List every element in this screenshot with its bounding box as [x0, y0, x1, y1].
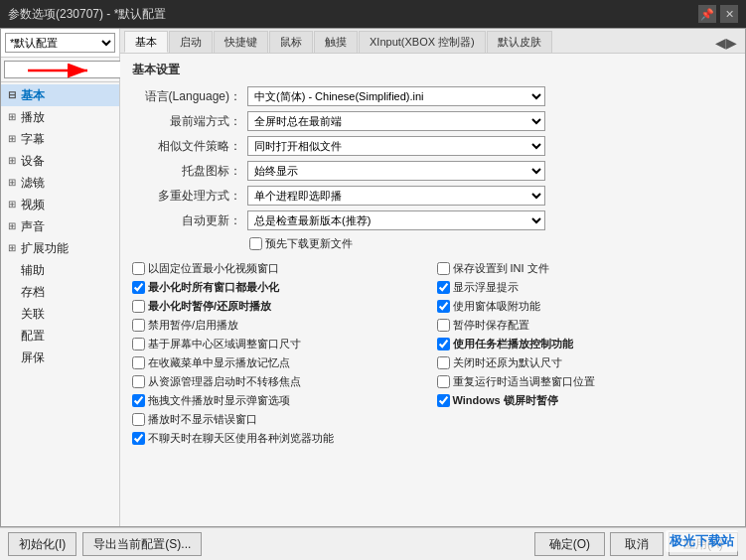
nav-expand-config: [5, 329, 19, 343]
nav-label-relate: 关联: [21, 305, 45, 323]
apply-button[interactable]: 应用(A): [669, 532, 738, 556]
nav-item-video[interactable]: ⊞视频: [1, 194, 119, 215]
form-select-2[interactable]: 同时打开相似文件: [247, 136, 545, 156]
nav-label-screensaver: 屏保: [21, 349, 45, 366]
pre-download-label: 预先下载更新文件: [265, 236, 353, 251]
form-label-2: 相似文件策略：: [132, 138, 241, 155]
checkbox-input-right-4[interactable]: [437, 338, 450, 350]
nav-item-subtitle[interactable]: ⊞字幕: [1, 128, 119, 150]
section-title: 基本设置: [132, 62, 733, 78]
profile-bar: *默认配置: [1, 29, 119, 58]
checkbox-input-left-0[interactable]: [132, 262, 145, 275]
checkbox-left-2[interactable]: 最小化时暂停/还原时播放: [132, 298, 429, 315]
profile-select[interactable]: *默认配置: [5, 33, 115, 53]
form-label-4: 多重处理方式：: [132, 188, 241, 205]
checkbox-right-0[interactable]: 保存设置到 INI 文件: [437, 260, 734, 277]
nav-item-advanced[interactable]: ⊞扩展功能: [1, 237, 119, 259]
checkbox-label-left-9: 不聊天时在聊天区使用各种浏览器功能: [148, 431, 334, 446]
form-rows: 语言(Language)：中文(简体) - Chinese(Simplified…: [132, 86, 733, 230]
pre-download-checkbox[interactable]: [249, 237, 262, 250]
checkbox-label-left-4: 基于屏幕中心区域调整窗口尺寸: [148, 337, 301, 351]
nav-label-filter: 滤镜: [21, 174, 45, 192]
form-select-4[interactable]: 单个进程即选即播: [247, 186, 545, 206]
checkbox-label-right-4: 使用任务栏播放控制功能: [453, 337, 573, 351]
checkbox-label-right-1: 显示浮显提示: [453, 280, 519, 295]
cancel-button[interactable]: 取消: [610, 532, 664, 556]
nav-expand-video: ⊞: [5, 198, 19, 211]
checkbox-right-6[interactable]: 重复运行时适当调整窗口位置: [437, 373, 734, 390]
checkbox-input-left-8[interactable]: [132, 413, 145, 426]
checkbox-left-9[interactable]: 不聊天时在聊天区使用各种浏览器功能: [132, 430, 429, 447]
checkbox-input-left-5[interactable]: [132, 356, 145, 369]
tab-5[interactable]: XInput(XBOX 控制器): [359, 31, 486, 53]
checkbox-left-1[interactable]: 最小化时所有窗口都最小化: [132, 279, 429, 296]
nav-item-relate[interactable]: 关联: [1, 303, 119, 325]
nav-label-subtitle: 字幕: [21, 130, 45, 148]
checkbox-left-5[interactable]: 在收藏菜单中显示播放记忆点: [132, 354, 429, 371]
checkbox-input-left-3[interactable]: [132, 319, 145, 332]
nav-expand-assist: [5, 263, 19, 277]
checkbox-right-7[interactable]: Windows 锁屏时暂停: [437, 392, 734, 409]
nav-item-audio[interactable]: ⊞声音: [1, 215, 119, 237]
checkbox-right-3[interactable]: 暂停时保存配置: [437, 317, 734, 334]
form-select-5[interactable]: 总是检查最新版本(推荐): [247, 210, 545, 230]
checkbox-input-right-7[interactable]: [437, 394, 450, 407]
pin-button[interactable]: 📌: [698, 5, 716, 23]
nav-label-video: 视频: [21, 196, 45, 213]
nav-item-filter[interactable]: ⊞滤镜: [1, 172, 119, 194]
checkbox-left-4[interactable]: 基于屏幕中心区域调整窗口尺寸: [132, 336, 429, 352]
init-button[interactable]: 初始化(I): [8, 532, 76, 556]
tabs-bar: 基本启动快捷键鼠标触摸XInput(XBOX 控制器)默认皮肤◀▶: [120, 29, 745, 54]
checkbox-left-7[interactable]: 拖拽文件播放时显示弹窗选项: [132, 392, 429, 409]
nav-item-playback[interactable]: ⊞播放: [1, 106, 119, 128]
checkbox-input-left-6[interactable]: [132, 375, 145, 388]
tabs-scroll-arrows[interactable]: ◀▶: [711, 33, 741, 53]
nav-item-config[interactable]: 配置: [1, 325, 119, 347]
checkbox-label-right-0: 保存设置到 INI 文件: [453, 261, 549, 276]
checkbox-right-5[interactable]: 关闭时还原为默认尺寸: [437, 354, 734, 371]
checkbox-right-2[interactable]: 使用窗体吸附功能: [437, 298, 734, 315]
checkbox-label-left-0: 以固定位置最小化视频窗口: [148, 261, 279, 276]
export-button[interactable]: 导出当前配置(S)...: [82, 532, 202, 556]
checkbox-input-right-5[interactable]: [437, 356, 450, 369]
nav-expand-relate: [5, 307, 19, 321]
form-select-3[interactable]: 始终显示: [247, 161, 545, 181]
checkbox-right-1[interactable]: 显示浮显提示: [437, 279, 734, 296]
nav-item-device[interactable]: ⊞设备: [1, 150, 119, 172]
checkbox-input-left-9[interactable]: [132, 432, 145, 445]
close-button[interactable]: ✕: [720, 5, 738, 23]
checkbox-input-left-7[interactable]: [132, 394, 145, 407]
tab-3[interactable]: 鼠标: [269, 31, 313, 53]
pre-download-checkbox-label[interactable]: 预先下载更新文件: [249, 235, 733, 252]
checkbox-left-6[interactable]: 从资源管理器启动时不转移焦点: [132, 373, 429, 390]
nav-item-save[interactable]: 存档: [1, 281, 119, 303]
checkbox-input-right-6[interactable]: [437, 375, 450, 388]
checkbox-left-0[interactable]: 以固定位置最小化视频窗口: [132, 260, 429, 277]
tab-1[interactable]: 启动: [169, 31, 213, 53]
nav-item-basic[interactable]: ⊟基本: [1, 84, 119, 106]
checkbox-label-right-2: 使用窗体吸附功能: [453, 299, 540, 314]
checkbox-input-right-3[interactable]: [437, 319, 450, 332]
checkbox-input-right-0[interactable]: [437, 262, 450, 275]
checkbox-input-left-2[interactable]: [132, 300, 145, 313]
checkbox-input-right-1[interactable]: [437, 281, 450, 294]
form-select-0[interactable]: 中文(简体) - Chinese(Simplified).ini: [247, 86, 545, 106]
checkbox-input-right-2[interactable]: [437, 300, 450, 313]
nav-item-screensaver[interactable]: 屏保: [1, 347, 119, 368]
tab-2[interactable]: 快捷键: [214, 31, 268, 53]
checkbox-left-8[interactable]: 播放时不显示错误窗口: [132, 411, 429, 428]
nav-expand-screensaver: [5, 350, 19, 364]
nav-label-device: 设备: [21, 152, 45, 170]
tab-6[interactable]: 默认皮肤: [487, 31, 552, 53]
tab-4[interactable]: 触摸: [314, 31, 358, 53]
nav-expand-audio: ⊞: [5, 219, 19, 233]
checkbox-input-left-1[interactable]: [132, 281, 145, 294]
checkbox-input-left-4[interactable]: [132, 338, 145, 350]
checkbox-right-4[interactable]: 使用任务栏播放控制功能: [437, 336, 734, 352]
tab-0[interactable]: 基本: [124, 31, 168, 53]
checkbox-label-left-7: 拖拽文件播放时显示弹窗选项: [148, 393, 290, 408]
ok-button[interactable]: 确定(O): [534, 532, 605, 556]
checkbox-left-3[interactable]: 禁用暂停/启用播放: [132, 317, 429, 334]
form-select-1[interactable]: 全屏时总在最前端: [247, 111, 545, 131]
nav-item-assist[interactable]: 辅助: [1, 259, 119, 281]
